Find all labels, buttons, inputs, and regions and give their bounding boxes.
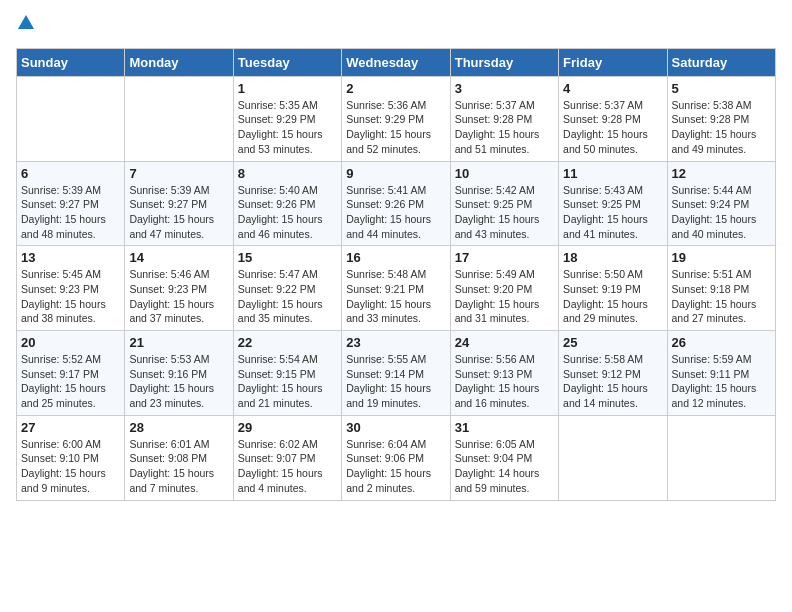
calendar-day-cell: 9Sunrise: 5:41 AMSunset: 9:26 PMDaylight… [342, 161, 450, 246]
day-detail: Sunrise: 5:52 AMSunset: 9:17 PMDaylight:… [21, 352, 120, 411]
day-number: 9 [346, 166, 445, 181]
svg-marker-0 [18, 15, 34, 29]
day-number: 6 [21, 166, 120, 181]
calendar-day-cell [17, 76, 125, 161]
calendar-day-cell [125, 76, 233, 161]
day-detail: Sunrise: 6:01 AMSunset: 9:08 PMDaylight:… [129, 437, 228, 496]
calendar-day-cell: 29Sunrise: 6:02 AMSunset: 9:07 PMDayligh… [233, 415, 341, 500]
calendar-day-cell: 16Sunrise: 5:48 AMSunset: 9:21 PMDayligh… [342, 246, 450, 331]
page-header [16, 16, 776, 36]
day-detail: Sunrise: 5:56 AMSunset: 9:13 PMDaylight:… [455, 352, 554, 411]
day-detail: Sunrise: 5:36 AMSunset: 9:29 PMDaylight:… [346, 98, 445, 157]
day-detail: Sunrise: 5:39 AMSunset: 9:27 PMDaylight:… [21, 183, 120, 242]
calendar-day-cell: 19Sunrise: 5:51 AMSunset: 9:18 PMDayligh… [667, 246, 775, 331]
day-number: 12 [672, 166, 771, 181]
day-number: 11 [563, 166, 662, 181]
day-detail: Sunrise: 5:43 AMSunset: 9:25 PMDaylight:… [563, 183, 662, 242]
calendar-day-cell [667, 415, 775, 500]
day-number: 1 [238, 81, 337, 96]
day-number: 29 [238, 420, 337, 435]
day-number: 3 [455, 81, 554, 96]
day-detail: Sunrise: 5:55 AMSunset: 9:14 PMDaylight:… [346, 352, 445, 411]
day-number: 23 [346, 335, 445, 350]
day-number: 21 [129, 335, 228, 350]
day-number: 30 [346, 420, 445, 435]
day-detail: Sunrise: 5:44 AMSunset: 9:24 PMDaylight:… [672, 183, 771, 242]
calendar-day-cell: 23Sunrise: 5:55 AMSunset: 9:14 PMDayligh… [342, 331, 450, 416]
day-detail: Sunrise: 6:04 AMSunset: 9:06 PMDaylight:… [346, 437, 445, 496]
day-of-week-header: Thursday [450, 48, 558, 76]
calendar-day-cell: 10Sunrise: 5:42 AMSunset: 9:25 PMDayligh… [450, 161, 558, 246]
day-of-week-header: Wednesday [342, 48, 450, 76]
calendar-day-cell: 1Sunrise: 5:35 AMSunset: 9:29 PMDaylight… [233, 76, 341, 161]
day-of-week-row: SundayMondayTuesdayWednesdayThursdayFrid… [17, 48, 776, 76]
day-number: 20 [21, 335, 120, 350]
day-number: 10 [455, 166, 554, 181]
day-number: 7 [129, 166, 228, 181]
day-number: 18 [563, 250, 662, 265]
calendar-week-row: 27Sunrise: 6:00 AMSunset: 9:10 PMDayligh… [17, 415, 776, 500]
day-number: 15 [238, 250, 337, 265]
calendar-day-cell: 14Sunrise: 5:46 AMSunset: 9:23 PMDayligh… [125, 246, 233, 331]
day-detail: Sunrise: 5:41 AMSunset: 9:26 PMDaylight:… [346, 183, 445, 242]
calendar-day-cell: 25Sunrise: 5:58 AMSunset: 9:12 PMDayligh… [559, 331, 667, 416]
calendar-day-cell: 24Sunrise: 5:56 AMSunset: 9:13 PMDayligh… [450, 331, 558, 416]
day-of-week-header: Friday [559, 48, 667, 76]
calendar-day-cell [559, 415, 667, 500]
day-number: 17 [455, 250, 554, 265]
day-number: 22 [238, 335, 337, 350]
logo [16, 16, 34, 36]
day-detail: Sunrise: 5:58 AMSunset: 9:12 PMDaylight:… [563, 352, 662, 411]
day-of-week-header: Tuesday [233, 48, 341, 76]
day-number: 19 [672, 250, 771, 265]
calendar-day-cell: 13Sunrise: 5:45 AMSunset: 9:23 PMDayligh… [17, 246, 125, 331]
day-number: 8 [238, 166, 337, 181]
calendar-day-cell: 27Sunrise: 6:00 AMSunset: 9:10 PMDayligh… [17, 415, 125, 500]
calendar-day-cell: 18Sunrise: 5:50 AMSunset: 9:19 PMDayligh… [559, 246, 667, 331]
day-detail: Sunrise: 5:48 AMSunset: 9:21 PMDaylight:… [346, 267, 445, 326]
calendar-day-cell: 28Sunrise: 6:01 AMSunset: 9:08 PMDayligh… [125, 415, 233, 500]
day-detail: Sunrise: 6:05 AMSunset: 9:04 PMDaylight:… [455, 437, 554, 496]
calendar-week-row: 13Sunrise: 5:45 AMSunset: 9:23 PMDayligh… [17, 246, 776, 331]
calendar-body: 1Sunrise: 5:35 AMSunset: 9:29 PMDaylight… [17, 76, 776, 500]
day-detail: Sunrise: 5:59 AMSunset: 9:11 PMDaylight:… [672, 352, 771, 411]
calendar-day-cell: 3Sunrise: 5:37 AMSunset: 9:28 PMDaylight… [450, 76, 558, 161]
day-detail: Sunrise: 5:46 AMSunset: 9:23 PMDaylight:… [129, 267, 228, 326]
day-detail: Sunrise: 5:38 AMSunset: 9:28 PMDaylight:… [672, 98, 771, 157]
calendar-day-cell: 30Sunrise: 6:04 AMSunset: 9:06 PMDayligh… [342, 415, 450, 500]
day-of-week-header: Saturday [667, 48, 775, 76]
day-number: 4 [563, 81, 662, 96]
day-detail: Sunrise: 5:37 AMSunset: 9:28 PMDaylight:… [563, 98, 662, 157]
day-number: 16 [346, 250, 445, 265]
day-number: 24 [455, 335, 554, 350]
day-detail: Sunrise: 5:49 AMSunset: 9:20 PMDaylight:… [455, 267, 554, 326]
calendar-week-row: 6Sunrise: 5:39 AMSunset: 9:27 PMDaylight… [17, 161, 776, 246]
calendar-day-cell: 22Sunrise: 5:54 AMSunset: 9:15 PMDayligh… [233, 331, 341, 416]
day-number: 28 [129, 420, 228, 435]
day-number: 31 [455, 420, 554, 435]
day-detail: Sunrise: 5:45 AMSunset: 9:23 PMDaylight:… [21, 267, 120, 326]
calendar-day-cell: 6Sunrise: 5:39 AMSunset: 9:27 PMDaylight… [17, 161, 125, 246]
day-detail: Sunrise: 5:35 AMSunset: 9:29 PMDaylight:… [238, 98, 337, 157]
day-number: 13 [21, 250, 120, 265]
day-detail: Sunrise: 5:37 AMSunset: 9:28 PMDaylight:… [455, 98, 554, 157]
calendar-day-cell: 20Sunrise: 5:52 AMSunset: 9:17 PMDayligh… [17, 331, 125, 416]
day-number: 25 [563, 335, 662, 350]
day-detail: Sunrise: 5:42 AMSunset: 9:25 PMDaylight:… [455, 183, 554, 242]
calendar-day-cell: 12Sunrise: 5:44 AMSunset: 9:24 PMDayligh… [667, 161, 775, 246]
calendar-day-cell: 15Sunrise: 5:47 AMSunset: 9:22 PMDayligh… [233, 246, 341, 331]
calendar-day-cell: 11Sunrise: 5:43 AMSunset: 9:25 PMDayligh… [559, 161, 667, 246]
calendar-day-cell: 8Sunrise: 5:40 AMSunset: 9:26 PMDaylight… [233, 161, 341, 246]
calendar-table: SundayMondayTuesdayWednesdayThursdayFrid… [16, 48, 776, 501]
day-detail: Sunrise: 6:00 AMSunset: 9:10 PMDaylight:… [21, 437, 120, 496]
day-number: 27 [21, 420, 120, 435]
day-of-week-header: Monday [125, 48, 233, 76]
day-number: 2 [346, 81, 445, 96]
day-number: 26 [672, 335, 771, 350]
day-detail: Sunrise: 5:54 AMSunset: 9:15 PMDaylight:… [238, 352, 337, 411]
calendar-week-row: 20Sunrise: 5:52 AMSunset: 9:17 PMDayligh… [17, 331, 776, 416]
logo-triangle-icon [18, 15, 34, 29]
calendar-day-cell: 21Sunrise: 5:53 AMSunset: 9:16 PMDayligh… [125, 331, 233, 416]
day-number: 5 [672, 81, 771, 96]
day-detail: Sunrise: 5:51 AMSunset: 9:18 PMDaylight:… [672, 267, 771, 326]
